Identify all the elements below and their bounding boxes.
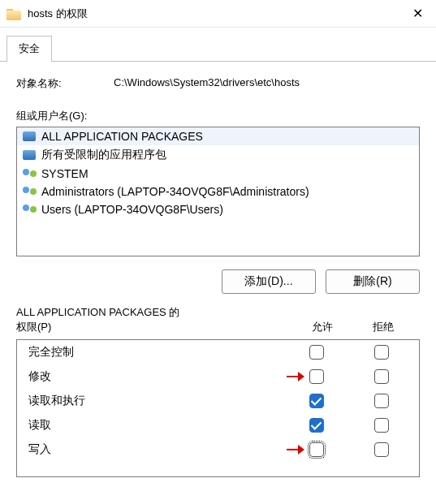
principal-name: ALL APPLICATION PACKAGES [41,130,203,143]
principal-name: SYSTEM [41,167,88,180]
column-deny: 拒绝 [355,320,420,334]
deny-cell [349,369,414,384]
column-allow: 允许 [290,320,355,334]
permission-row: 读取 [17,413,419,437]
principal-item[interactable]: ALL APPLICATION PACKAGES [17,127,419,145]
permission-name: 读取 [28,418,284,433]
permissions-list[interactable]: 完全控制修改读取和执行读取写入 [16,339,420,477]
pointer-arrow-icon [287,372,304,381]
allow-cell [284,418,349,433]
users-icon [22,185,37,198]
object-name-row: 对象名称: C:\Windows\System32\drivers\etc\ho… [16,76,420,91]
remove-button[interactable]: 删除(R) [326,269,420,294]
principal-name: Administrators (LAPTOP-34OVQG8F\Administ… [41,185,309,198]
permission-name: 修改 [28,369,284,384]
permission-name: 完全控制 [28,345,284,360]
object-name-value: C:\Windows\System32\drivers\etc\hosts [114,76,420,91]
allow-checkbox[interactable] [309,442,324,457]
groups-label: 组或用户名(G): [16,109,420,123]
group-icon [22,130,37,143]
tab-security[interactable]: 安全 [6,36,52,62]
permission-name: 读取和执行 [28,394,284,408]
principals-listbox[interactable]: ALL APPLICATION PACKAGES所有受限制的应用程序包SYSTE… [16,127,420,256]
title-bar: hosts 的权限 ✕ [0,0,436,28]
permissions-title-line2: 权限(P) [16,321,51,333]
add-button[interactable]: 添加(D)... [222,269,316,294]
allow-checkbox[interactable] [309,345,324,360]
principal-item[interactable]: Administrators (LAPTOP-34OVQG8F\Administ… [17,183,419,200]
allow-cell [284,442,349,457]
permissions-title-line1: ALL APPLICATION PACKAGES 的 [16,306,179,318]
allow-cell [284,345,349,360]
allow-checkbox[interactable] [309,394,324,408]
allow-checkbox[interactable] [309,418,324,433]
deny-checkbox[interactable] [374,345,389,360]
permission-row: 写入 [17,437,419,462]
allow-checkbox[interactable] [309,369,324,384]
principal-name: Users (LAPTOP-34OVQG8F\Users) [41,203,223,216]
principal-item[interactable]: SYSTEM [17,165,419,183]
principal-buttons: 添加(D)... 删除(R) [16,269,420,294]
tab-content: 对象名称: C:\Windows\System32\drivers\etc\ho… [0,62,436,485]
object-name-label: 对象名称: [16,76,114,91]
permissions-title: ALL APPLICATION PACKAGES 的 权限(P) 允许 拒绝 [16,305,420,334]
deny-cell [349,418,414,433]
permission-name: 写入 [28,442,284,457]
pointer-arrow-icon [287,445,304,454]
deny-cell [349,442,414,457]
deny-checkbox[interactable] [374,369,389,384]
close-icon: ✕ [412,6,423,21]
permission-row: 完全控制 [17,340,419,364]
deny-checkbox[interactable] [374,442,389,457]
deny-cell [349,345,414,360]
close-button[interactable]: ✕ [399,0,436,28]
deny-checkbox[interactable] [374,394,389,408]
window-title: hosts 的权限 [28,6,399,21]
permission-row: 修改 [17,364,419,389]
principal-name: 所有受限制的应用程序包 [41,148,166,162]
folder-icon [6,7,21,20]
group-icon [22,149,37,162]
deny-cell [349,394,414,408]
permission-row: 读取和执行 [17,389,419,413]
allow-cell [284,394,349,408]
principal-item[interactable]: Users (LAPTOP-34OVQG8F\Users) [17,200,419,218]
allow-cell [284,369,349,384]
principal-item[interactable]: 所有受限制的应用程序包 [17,145,419,165]
users-icon [22,203,37,216]
deny-checkbox[interactable] [374,418,389,433]
users-icon [22,167,37,180]
tab-strip: 安全 [0,28,436,62]
